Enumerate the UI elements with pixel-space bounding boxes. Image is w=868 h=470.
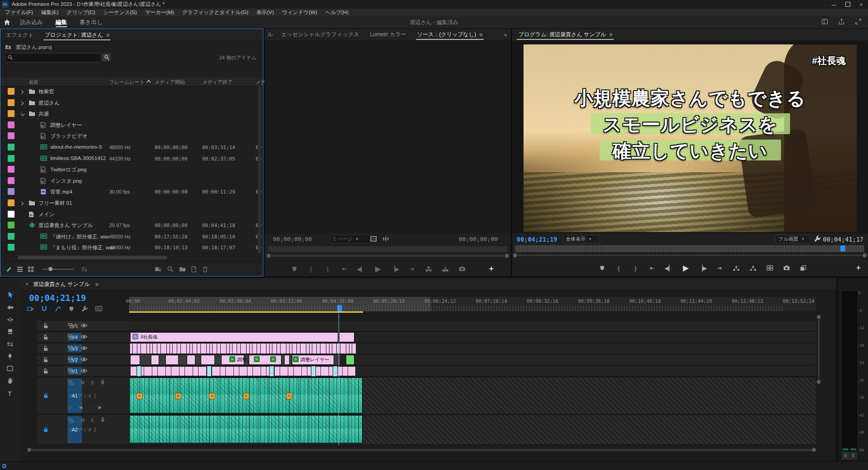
project-vertical-scrollbar[interactable] — [258, 86, 261, 254]
clip-cyan-segment[interactable] — [269, 366, 274, 376]
mark-in-button[interactable]: { — [306, 264, 316, 273]
export-settings-button[interactable] — [765, 263, 775, 272]
bin-up-icon[interactable] — [5, 44, 11, 51]
timeline-playhead-head[interactable] — [337, 305, 342, 311]
lock-closed-icon[interactable] — [43, 392, 48, 398]
program-playhead[interactable] — [840, 246, 845, 252]
play-button[interactable]: ▶ — [373, 264, 383, 273]
caret-right-icon[interactable] — [20, 89, 24, 96]
timeline-ruler[interactable]: 00;0000;01;04;0200;02;08;0400;03;12;0600… — [129, 297, 816, 311]
label-color-chip[interactable] — [8, 132, 15, 139]
snap-icon[interactable] — [41, 304, 47, 313]
label-color-chip[interactable] — [8, 110, 15, 117]
item-name[interactable]: limitless-SBA-30051412 — [50, 155, 106, 161]
col-name[interactable]: 名前 — [29, 79, 39, 86]
item-name[interactable]: インスタ.png — [50, 178, 82, 184]
lock-closed-icon[interactable] — [43, 426, 48, 432]
razor-tool[interactable] — [4, 326, 16, 337]
menu-8[interactable]: ヘルプ(H) — [321, 9, 353, 16]
mark-in-button[interactable]: { — [614, 263, 624, 272]
tab-program-monitor[interactable]: プログラム: 渡辺康貴さん サンプル≡ — [512, 29, 618, 40]
item-name[interactable]: Twitterロゴ.png — [50, 166, 87, 173]
label-color-chip[interactable] — [8, 244, 15, 251]
nest-icon[interactable] — [27, 304, 34, 313]
project-row[interactable]: 検索窓 — [0, 86, 254, 98]
menu-4[interactable]: マーカー(M) — [141, 9, 178, 16]
source-patch-icon[interactable] — [68, 368, 74, 373]
clip-v2[interactable]: fx調整fxfxfx調整レイヤー — [130, 355, 339, 365]
item-name[interactable]: 『まもり役』部分修正. wav — [50, 244, 115, 251]
label-color-chip[interactable] — [8, 99, 15, 106]
clip-cyan-segment[interactable] — [333, 366, 338, 376]
clip-v2-green[interactable] — [346, 355, 354, 365]
program-current-timecode[interactable]: 00;04;21;19 — [517, 236, 557, 243]
new-item-icon[interactable] — [191, 266, 197, 274]
toggle-track-output-icon[interactable] — [81, 368, 87, 373]
project-row[interactable]: 共通 — [0, 108, 254, 120]
trash-icon[interactable] — [202, 266, 208, 274]
go-to-in-button[interactable]: ⇤ — [339, 264, 349, 273]
project-horizontal-scrollbar[interactable] — [18, 256, 167, 259]
rectangle-tool[interactable] — [4, 363, 16, 374]
source-patch-icon[interactable] — [68, 346, 74, 351]
lock-open-icon[interactable] — [43, 345, 48, 351]
menu-1[interactable]: 編集(E) — [37, 9, 63, 16]
col-media-end[interactable]: メディア終了 — [202, 79, 233, 86]
project-row[interactable]: Twitterロゴ.png — [0, 164, 254, 176]
item-name[interactable]: 『値付け』部分修正. wav — [50, 233, 110, 240]
slip-tool[interactable] — [4, 339, 16, 349]
source-patch-icon[interactable] — [68, 323, 74, 328]
label-color-chip[interactable] — [8, 144, 15, 150]
go-to-in-button[interactable]: ⇤ — [647, 263, 657, 272]
program-add-button[interactable]: + — [856, 263, 861, 272]
prev-keyframe-icon[interactable]: ◀ — [79, 405, 82, 410]
workspace-tab-編集[interactable]: 編集 — [49, 16, 73, 28]
label-color-chip[interactable] — [8, 177, 15, 184]
go-to-out-button[interactable]: ⇥ — [714, 263, 724, 272]
keyframe-dot-icon[interactable]: ◦ — [89, 405, 91, 410]
clip-a1-audio[interactable]: fxfxfxfxfx — [129, 378, 363, 413]
panel-menu-icon[interactable]: ≡ — [609, 31, 613, 38]
panel-menu-icon[interactable]: ≡ — [106, 32, 110, 39]
timeline-vertical-scrollbar[interactable] — [817, 315, 821, 384]
item-name[interactable]: 渡辺康貴さん サンプル — [39, 222, 93, 229]
workspaces-icon[interactable] — [821, 18, 828, 26]
selection-tool[interactable] — [4, 290, 16, 300]
toggle-track-output-icon[interactable] — [81, 357, 87, 362]
source-patch-icon[interactable] — [68, 418, 74, 423]
toggle-track-output-icon[interactable] — [81, 334, 87, 339]
linked-selection-icon[interactable] — [54, 304, 61, 313]
workspace-tab-読み込み[interactable]: 読み込み — [14, 16, 49, 28]
step-back-button[interactable]: ◀▏ — [356, 264, 366, 273]
source-scrollbar[interactable] — [267, 254, 509, 258]
source-patch-icon[interactable] — [68, 357, 74, 362]
panel-menu-icon[interactable]: ≡ — [95, 281, 99, 288]
add-marker-button[interactable] — [597, 263, 607, 272]
source-patch-icon[interactable] — [68, 380, 74, 385]
step-back-button[interactable]: ◀▏ — [664, 263, 674, 272]
clip-v1[interactable] — [130, 366, 356, 376]
clip-v3-slices[interactable] — [130, 344, 356, 354]
program-scrollbar[interactable] — [513, 253, 867, 258]
solo-left-button[interactable]: S — [842, 452, 849, 459]
label-color-chip[interactable] — [8, 121, 15, 128]
zoom-slider[interactable] — [42, 269, 74, 270]
pen-tool[interactable] — [4, 351, 16, 362]
search-input[interactable] — [5, 53, 101, 63]
menu-3[interactable]: シーケンス(S) — [99, 9, 141, 16]
cc-icon[interactable]: CC — [95, 304, 102, 313]
clip-a2-audio[interactable] — [129, 415, 363, 443]
track-select-tool[interactable] — [4, 302, 16, 313]
program-quality-select[interactable]: フル画質▼ — [776, 235, 810, 243]
project-row[interactable]: 渡辺康貴さん サンプル29.97 fps00;00;00;0000;04;41;… — [0, 220, 254, 232]
toggle-track-output-icon[interactable] — [81, 346, 87, 350]
caret-right-icon[interactable] — [20, 201, 24, 207]
item-name[interactable]: 渡辺さん — [39, 100, 60, 107]
clip-cyan-segment[interactable] — [207, 366, 212, 376]
item-name[interactable]: メイン — [39, 211, 54, 218]
clip-v4[interactable]: fx#社長魂 — [130, 332, 338, 342]
item-name[interactable]: フリー素材 01 — [39, 200, 72, 207]
waveform-icon[interactable] — [382, 236, 390, 243]
caret-down-icon[interactable] — [20, 111, 25, 118]
lift-button[interactable] — [731, 263, 741, 272]
